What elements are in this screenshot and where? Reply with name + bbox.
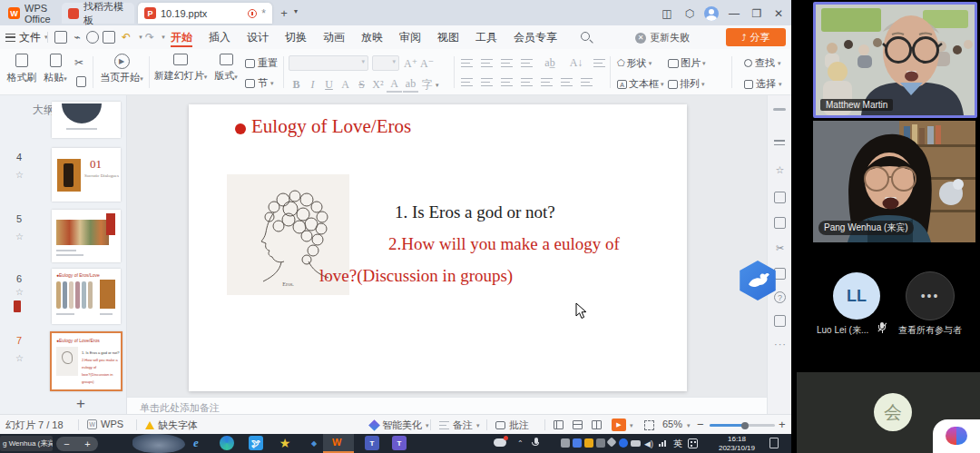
reading-view-icon[interactable] <box>592 420 602 429</box>
menu-tab-slideshow[interactable]: 放映 <box>361 29 383 47</box>
play-from-current-button[interactable]: ▶ 当页开始▾ <box>96 54 147 84</box>
taskbar-ie-icon[interactable]: e <box>189 436 203 450</box>
taskbar-clock[interactable]: 16:18 2023/10/19 <box>713 435 760 452</box>
tray-expand-chevron-icon[interactable]: ⌃ <box>517 439 524 448</box>
skin-icon[interactable]: ⬡ <box>682 6 697 20</box>
slide-sorter-icon[interactable] <box>573 420 583 429</box>
tray-cloud-icon[interactable] <box>494 438 506 447</box>
text-direction-icon[interactable]: ab̲ <box>541 56 559 70</box>
close-button[interactable]: ✕ <box>772 6 785 20</box>
increase-indent-icon[interactable] <box>521 58 533 68</box>
textbox-button[interactable]: A 文本框▾ <box>617 77 664 91</box>
tray-shield-icon[interactable] <box>584 438 593 448</box>
zoom-in-button[interactable]: + <box>779 418 786 431</box>
print-icon[interactable] <box>86 31 99 44</box>
reset-button[interactable]: 重置 <box>245 56 278 70</box>
strikethrough-button[interactable]: S <box>354 78 369 92</box>
thumbnail-slide-5[interactable] <box>52 210 121 262</box>
superscript-button[interactable]: X² <box>370 78 386 92</box>
redo-icon[interactable]: ↷ <box>143 31 156 44</box>
normal-view-icon[interactable] <box>554 420 564 429</box>
taskbar-star-app-icon[interactable]: ★ <box>278 436 292 450</box>
taskbar-wps-active-cell[interactable]: W <box>323 434 354 453</box>
input-language-indicator[interactable]: 英 <box>673 438 682 450</box>
undo-icon[interactable]: ↶ <box>120 31 132 44</box>
luo-lei-avatar[interactable]: LL <box>833 272 880 320</box>
char-spacing-button[interactable]: A <box>338 78 353 92</box>
line-spacing-icon[interactable] <box>541 77 553 87</box>
align-center-icon[interactable] <box>481 77 493 87</box>
align-right-icon[interactable] <box>501 77 513 87</box>
slide-line3[interactable]: love?(Discussion in groups) <box>319 266 513 286</box>
format-painter-button[interactable]: 格式刷 <box>5 54 38 84</box>
tab-document[interactable]: P 10.19.pptx * <box>138 3 272 24</box>
tray-battery-icon[interactable] <box>631 440 641 447</box>
align-justify-icon[interactable] <box>521 77 533 87</box>
cut-icon[interactable]: ✂ <box>74 56 83 69</box>
menu-tab-insert[interactable]: 插入 <box>209 29 230 47</box>
taskbar-bird-app-icon[interactable]: 🕊 <box>249 436 263 450</box>
notes-bar[interactable]: 单击此处添加备注 <box>127 397 767 414</box>
zoom-slider-track[interactable] <box>710 424 775 427</box>
menu-tab-design[interactable]: 设计 <box>247 29 269 47</box>
thumbnail-slide-7-selected[interactable]: ●Eulogy of Love/Eros 1. Is Eros a god or… <box>50 331 122 391</box>
redo-chevron-icon[interactable]: ▾ <box>157 31 170 44</box>
slide-7-canvas[interactable]: Eulogy of Love/Eros <box>189 104 687 391</box>
new-slide-button[interactable]: 新建幻灯片▾ <box>152 54 209 83</box>
properties-sliders-icon[interactable] <box>774 137 786 149</box>
slide-line2[interactable]: 2.How will you make a eulogy of <box>388 234 620 254</box>
text-effects-button[interactable]: 字 <box>419 77 435 93</box>
account-avatar[interactable] <box>704 6 719 20</box>
thumbnail-slide-6[interactable]: ●Eulogy of Eros/Love <box>52 269 121 324</box>
find-button[interactable]: 查找▾ <box>744 56 781 70</box>
restore-button[interactable]: ❐ <box>750 6 763 20</box>
tray-mic-icon[interactable] <box>532 438 539 446</box>
highlight-button[interactable]: ab <box>403 77 418 93</box>
save-icon[interactable] <box>54 31 67 44</box>
beautify-button[interactable]: 智能美化▾ <box>370 419 429 432</box>
magnifier-zoom-control[interactable]: − + <box>56 437 98 451</box>
tray-app-blue-icon[interactable] <box>573 438 582 448</box>
thumbnail-slide-3[interactable] <box>52 102 121 138</box>
help-icon[interactable]: ? <box>774 291 786 303</box>
taskbar-teams-icon[interactable]: T <box>365 436 379 450</box>
menu-tab-review[interactable]: 审阅 <box>399 29 421 47</box>
file-menu-button[interactable]: 文件 ▾ <box>5 29 48 45</box>
view-all-participants-button[interactable]: ••• <box>906 271 955 320</box>
vertical-align-icon[interactable] <box>561 77 573 87</box>
text-rotate-icon[interactable]: A↓ <box>567 56 585 70</box>
menu-tab-view[interactable]: 视图 <box>437 29 459 47</box>
zoom-out-button[interactable]: − <box>697 418 704 431</box>
bold-button[interactable]: B <box>289 78 304 92</box>
show-desktop-button[interactable] <box>769 438 779 448</box>
menu-tab-home[interactable]: 开始 <box>171 29 192 47</box>
taskbar-teams-purple-icon[interactable]: T <box>392 436 407 450</box>
mindmap-icon[interactable] <box>774 268 786 280</box>
video-tile-matthew-martin[interactable]: Matthew Martin <box>813 2 977 118</box>
taskbar-small-app-icon[interactable]: ◆ <box>307 436 321 450</box>
zoom-chevron-icon[interactable]: ▾ <box>687 422 691 429</box>
skin-shirt-icon[interactable] <box>774 315 786 327</box>
update-failed-status[interactable]: ✕ 更新失败 <box>635 31 690 44</box>
layout-button[interactable]: 版式▾ <box>211 54 241 83</box>
comments-button[interactable]: 批注 <box>495 419 529 432</box>
decrease-indent-icon[interactable] <box>501 58 513 68</box>
notes-toggle-button[interactable]: 备注▾ <box>439 419 480 432</box>
ime-grid-icon[interactable] <box>688 438 698 448</box>
select-button[interactable]: 选择▾ <box>744 77 782 91</box>
increase-font-icon[interactable]: A⁺ <box>403 57 418 71</box>
magnifier-minus[interactable]: − <box>64 438 69 449</box>
thumb7-star-icon[interactable]: ☆ <box>15 353 24 363</box>
autofit-icon[interactable] <box>581 77 593 87</box>
chart-edit-icon[interactable] <box>774 217 786 229</box>
slideshow-play-button[interactable]: ▶ <box>612 419 626 431</box>
split-view-icon[interactable]: ◫ <box>660 6 674 20</box>
bullet-list-icon[interactable] <box>461 58 473 68</box>
fit-slide-icon[interactable] <box>644 420 654 430</box>
minimize-button[interactable]: — <box>728 6 740 20</box>
meeting-speaker-overlay[interactable]: g Wenhua (来宾) <box>0 436 53 451</box>
columns-icon[interactable] <box>593 58 605 68</box>
menu-tab-animation[interactable]: 动画 <box>323 29 345 47</box>
scrollbar-thumb[interactable] <box>773 108 786 111</box>
menu-tab-transition[interactable]: 切换 <box>285 29 307 47</box>
